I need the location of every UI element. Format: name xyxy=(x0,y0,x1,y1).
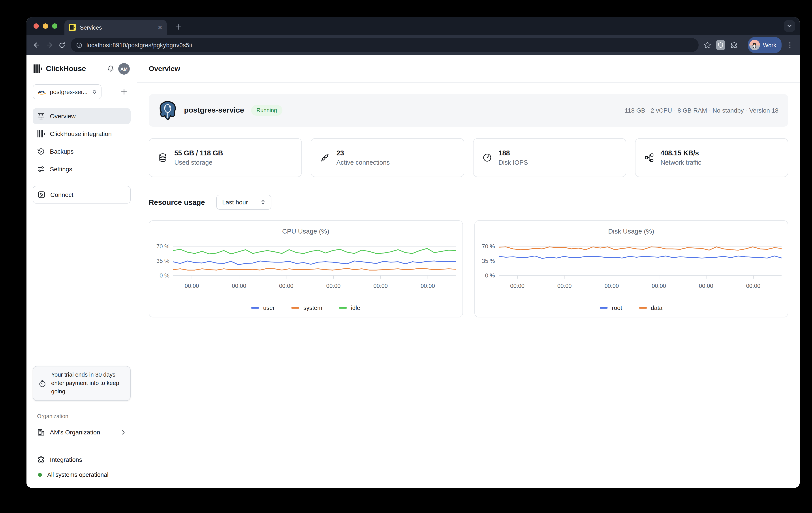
service-selector-row: aws postgres-ser... xyxy=(33,84,130,99)
back-icon[interactable] xyxy=(33,41,40,49)
stat-label: Disk IOPS xyxy=(498,159,528,166)
site-info-icon[interactable] xyxy=(76,42,83,48)
time-range-select[interactable]: Last hour xyxy=(216,195,271,210)
stat-label: Used storage xyxy=(174,159,223,166)
service-selector[interactable]: aws postgres-ser... xyxy=(33,84,102,99)
x-tick-label: 00:00 xyxy=(232,283,246,289)
disk-usage-chart: Disk Usage (%) 70 %35 %0 % 00:0000:0000:… xyxy=(474,220,788,317)
svg-text:aws: aws xyxy=(38,89,45,93)
brand-row: ClickHouse AM xyxy=(33,63,130,75)
profile-avatar xyxy=(749,40,760,50)
clickhouse-bars-icon xyxy=(37,130,45,138)
x-tick-label: 00:00 xyxy=(373,283,388,289)
cable-icon xyxy=(320,153,330,163)
y-tick-label: 35 % xyxy=(156,258,170,264)
profile-chip[interactable]: Work xyxy=(748,37,782,53)
add-service-button[interactable] xyxy=(117,85,130,98)
stat-value: 23 xyxy=(337,149,390,157)
service-specs: 118 GB · 2 vCPU · 8 GB RAM · No standby … xyxy=(625,107,779,114)
organization-row[interactable]: AM's Organization xyxy=(33,424,130,440)
sidebar-divider xyxy=(27,446,137,446)
status-dot-icon xyxy=(38,473,42,477)
status-badge: Running xyxy=(251,105,282,116)
adblock-extension-icon[interactable] xyxy=(716,40,725,50)
screen: Services ✕ xyxy=(0,0,812,513)
stat-value: 55 GB / 118 GB xyxy=(174,149,223,157)
organization-name: AM's Organization xyxy=(50,429,100,436)
tab-title: Services xyxy=(80,24,153,31)
y-tick-label: 70 % xyxy=(482,243,495,250)
sidebar-item-label: ClickHouse integration xyxy=(50,130,112,137)
plot-area xyxy=(173,240,456,283)
clickhouse-favicon xyxy=(69,24,76,31)
stat-value: 188 xyxy=(498,149,528,157)
trial-notice: Your trial ends in 30 days — enter payme… xyxy=(33,366,130,401)
url-text: localhost:8910/postgres/pgkybgnv0s5ii xyxy=(87,42,192,48)
clickhouse-logo-icon xyxy=(33,64,42,73)
chart-title: Disk Usage (%) xyxy=(475,227,788,235)
url-bar[interactable]: localhost:8910/postgres/pgkybgnv0s5ii xyxy=(70,38,699,52)
tab-strip: Services ✕ xyxy=(27,17,800,35)
monitor-icon xyxy=(37,112,45,120)
x-tick-label: 00:00 xyxy=(557,283,572,289)
service-name: postgres-service xyxy=(184,106,244,115)
connect-button[interactable]: Connect xyxy=(33,186,130,203)
chart-legend: usersystemidle xyxy=(149,305,462,311)
stats-row: 55 GB / 118 GB Used storage 23 Active co… xyxy=(149,138,788,177)
chart-legend: rootdata xyxy=(475,305,788,311)
sidebar-item-backups[interactable]: Backups xyxy=(33,143,130,160)
main-area: Overview postgres-service Running 118 GB… xyxy=(137,55,800,488)
stat-label: Active connections xyxy=(337,159,390,166)
sidebar-item-settings[interactable]: Settings xyxy=(33,161,130,177)
sidebar-nav: Overview ClickHouse integration Backups … xyxy=(33,108,130,177)
extensions-puzzle-icon[interactable] xyxy=(730,41,738,49)
y-tick-label: 0 % xyxy=(485,272,495,279)
stat-card-used-storage: 55 GB / 118 GB Used storage xyxy=(149,138,302,177)
stat-label: Network traffic xyxy=(661,159,701,166)
updown-chevron-icon xyxy=(260,199,266,205)
gauge-icon xyxy=(482,153,492,163)
legend-item: user xyxy=(251,305,275,311)
chevron-right-icon xyxy=(120,429,126,435)
history-icon xyxy=(37,147,45,155)
cpu-usage-chart: CPU Usage (%) 70 %35 %0 % 00:0000:0000:0… xyxy=(149,220,463,317)
x-axis-labels: 00:0000:0000:0000:0000:0000:00 xyxy=(498,283,782,290)
x-tick-label: 00:00 xyxy=(510,283,524,289)
tab-close-icon[interactable]: ✕ xyxy=(157,25,163,30)
sliders-icon xyxy=(37,165,45,173)
stat-value: 408.15 KB/s xyxy=(661,149,701,157)
chart-title: CPU Usage (%) xyxy=(149,227,462,235)
close-window-button[interactable] xyxy=(33,23,39,29)
brand-name: ClickHouse xyxy=(46,64,103,73)
toolbar-divider xyxy=(743,40,743,50)
system-status-row[interactable]: All systems operational xyxy=(33,467,130,482)
x-tick-label: 00:00 xyxy=(185,283,199,289)
zoom-window-button[interactable] xyxy=(52,23,57,29)
timer-icon xyxy=(38,379,46,388)
browser-menu-icon[interactable] xyxy=(786,41,793,49)
y-tick-label: 70 % xyxy=(156,243,170,250)
tab-services[interactable]: Services ✕ xyxy=(64,20,167,35)
y-axis-labels: 70 %35 %0 % xyxy=(152,240,173,283)
minimize-window-button[interactable] xyxy=(43,23,48,29)
sidebar: ClickHouse AM aws postgres-ser... xyxy=(27,55,137,488)
x-tick-label: 00:00 xyxy=(746,283,760,289)
x-tick-label: 00:00 xyxy=(699,283,713,289)
sidebar-item-overview[interactable]: Overview xyxy=(33,108,130,124)
profile-name: Work xyxy=(763,42,776,48)
forward-icon[interactable] xyxy=(46,41,53,49)
sidebar-item-clickhouse-integration[interactable]: ClickHouse integration xyxy=(33,126,130,142)
reload-icon[interactable] xyxy=(58,41,66,49)
sidebar-item-label: Overview xyxy=(50,113,76,120)
notifications-bell-icon[interactable] xyxy=(107,65,115,73)
resource-usage-row: Resource usage Last hour xyxy=(149,195,788,210)
tab-search-button[interactable] xyxy=(784,20,795,32)
y-tick-label: 0 % xyxy=(160,272,170,279)
user-avatar[interactable]: AM xyxy=(118,63,130,75)
network-icon xyxy=(644,153,654,163)
new-tab-button[interactable] xyxy=(173,21,184,33)
integrations-row[interactable]: Integrations xyxy=(33,452,130,467)
database-icon xyxy=(158,153,168,163)
bookmark-star-icon[interactable] xyxy=(703,41,712,49)
stat-card-active-connections: 23 Active connections xyxy=(311,138,464,177)
